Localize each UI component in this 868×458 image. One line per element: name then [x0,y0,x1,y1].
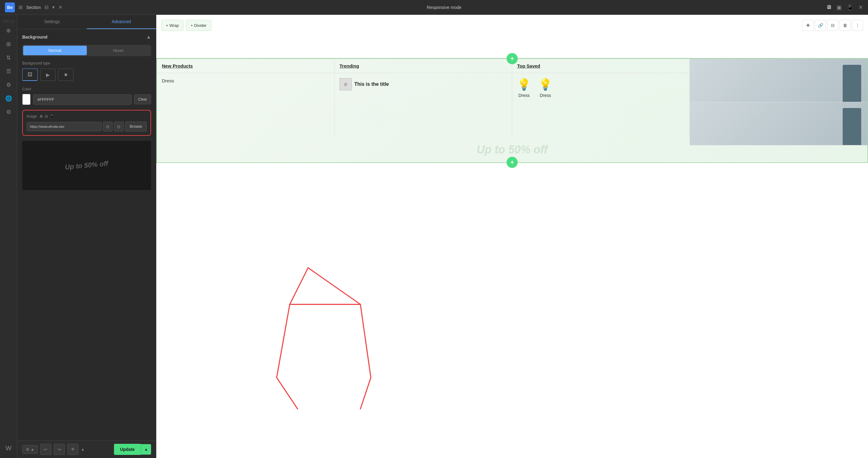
panel-section-body: Normal Hover Background type 🖼 ▶ ■ Color… [22,45,151,193]
settings-gear-icon[interactable]: ⚙ [2,106,15,118]
fashion-image-bottom [690,102,867,145]
color-field: Clear [22,94,151,105]
column-fashion [690,59,867,145]
section-bottom-plus-wrapper: + [506,157,518,168]
col-item-dress: Dress [162,78,174,83]
placeholder-image: 🖼 [339,78,352,91]
image-url-input[interactable] [27,122,102,131]
bulb-label-2: Dress [540,93,551,98]
color-swatch[interactable] [22,94,31,105]
mobile-icon[interactable]: 📱 [847,4,854,11]
bottom-left: 🖥 ▲ ↩ ↪ 👁 ▲ [22,444,85,455]
preview-thumbnail: Up to 50% off [22,141,151,190]
bg-type-label: Background type [22,61,151,65]
close-button[interactable]: ✕ [859,4,863,11]
top-bar: Be ⊞ Section ⊟ ▾ ✕ Responsive mode 🖥 ▣ 📱… [0,0,868,15]
color-label: Color [22,87,151,91]
template-icon[interactable]: ⊟ [44,4,49,10]
sliders-icon[interactable]: ⚙ [2,79,15,91]
section-top-plus-wrapper: + [506,53,518,64]
panel-tabs: Settings Advanced [17,15,156,29]
color-input[interactable] [33,94,132,105]
image-bg-type-icon[interactable]: 🖼 [22,68,38,81]
hover-toggle[interactable]: Hover [87,46,150,55]
collapse-icon[interactable]: ▲ [146,34,151,40]
bottom-add-button[interactable]: + [506,157,518,168]
bulb-label-1: Dress [518,93,530,98]
mobile-sm-icon[interactable]: 📱 [50,114,54,119]
tablet-icon[interactable]: ▣ [836,4,842,11]
desktop-icon[interactable]: 🖥 [826,4,832,10]
browse-button[interactable]: Browse [125,122,147,131]
globe-icon[interactable]: 🌐 [2,92,15,105]
top-saved-item-1: 💡 Dress [517,78,531,98]
background-section-header[interactable]: Background ▲ [22,34,151,40]
update-btn-group: Update ▲ [114,444,151,455]
duplicate-icon[interactable]: ⊟ [827,20,838,31]
add-element-icon[interactable]: ⊕ [2,24,15,37]
columns-grid: New Products Dress Trending 🖼 [157,59,867,145]
close-panel-icon[interactable]: ✕ [58,4,62,10]
col-body-new-products: Dress [157,73,335,135]
wordpress-icon[interactable]: W [2,442,15,454]
layout-icon[interactable]: ⊞ [19,4,23,10]
image-label-row: Image 🖥 ⊟ 📱 [27,114,147,119]
clear-button[interactable]: Clear [134,94,151,104]
version-text: V27.1.3 [3,20,13,23]
update-button[interactable]: Update [114,444,141,455]
placeholder-icon: 🖼 [344,83,347,86]
column-trending: Trending 🖼 This is the title [335,59,512,145]
move-icon[interactable]: ✥ [803,20,814,31]
database-image-btn[interactable]: ⊟ [114,122,124,131]
image-icons: 🖥 ⊟ 📱 [39,114,54,119]
trending-title: This is the title [354,81,389,87]
image-url-row: ⊟ ⊟ Browse [27,122,147,131]
col-body-trending: 🖼 This is the title [335,73,512,135]
link-icon[interactable]: 🔗 [815,20,826,31]
grid-icon[interactable]: ⊞ [2,38,15,50]
layers-icon[interactable]: ☰ [2,65,15,77]
top-saved-item-2: 💡 Dress [538,78,552,98]
responsive-label: Responsive mode [427,5,462,10]
update-arrow-button[interactable]: ▲ [141,444,151,455]
panel-content: Background ▲ Normal Hover Background typ… [17,29,156,440]
col-body-top-saved: 💡 Dress 💡 Dress [512,73,690,135]
bottom-device-btn[interactable]: 🖥 ▲ [22,445,38,454]
normal-hover-toggle: Normal Hover [22,45,151,56]
top-bar-right: 🖥 ▣ 📱 ✕ [826,4,863,11]
video-bg-type-icon[interactable]: ▶ [40,68,56,81]
undo-btn[interactable]: ↩ [40,444,51,455]
col-header-new-products: New Products [157,59,335,73]
normal-toggle[interactable]: Normal [23,46,87,55]
more-options-icon[interactable]: ⋮ [852,20,863,31]
tab-advanced[interactable]: Advanced [87,15,156,29]
top-add-button[interactable]: + [506,53,518,64]
small-monitor-icon[interactable]: ⊟ [45,114,48,119]
copy-image-btn[interactable]: ⊟ [103,122,113,131]
trending-content-row: 🖼 This is the title [339,78,389,91]
be-logo: Be [5,2,15,12]
background-title: Background [22,35,48,39]
wrap-button[interactable]: + Wrap [161,20,184,31]
solid-bg-type-icon[interactable]: ■ [58,68,73,81]
divider-button[interactable]: + Divider [186,20,211,31]
top-bar-left: Be ⊞ Section ⊟ ▾ ✕ [5,2,62,12]
redo-btn[interactable]: ↪ [54,444,65,455]
chevron-down-icon[interactable]: ▾ [52,4,55,10]
delete-icon[interactable]: 🗑 [840,20,851,31]
settings-panel: Settings Advanced Background ▲ Normal Ho… [17,15,156,458]
swap-icon[interactable]: ⇅ [2,52,15,64]
bulb-icon-1: 💡 [517,78,531,91]
image-section: Image 🖥 ⊟ 📱 ⊟ ⊟ Browse [22,110,151,136]
toolbar-left: + Wrap + Divider [161,20,211,31]
monitor-icon[interactable]: 🖥 [39,114,43,119]
tab-settings[interactable]: Settings [17,15,87,29]
bottom-bar: 🖥 ▲ ↩ ↪ 👁 ▲ Update ▲ [17,440,156,458]
bottom-chevron-icon: ▲ [31,447,34,452]
main-layout: V27.1.3 ⊕ ⊞ ⇅ ☰ ⚙ 🌐 ⚙ W Settings Advance… [0,15,868,458]
sidebar-icons: V27.1.3 ⊕ ⊞ ⇅ ☰ ⚙ 🌐 ⚙ W [0,15,17,458]
section-label: Section [26,5,41,10]
bg-type-icons: 🖼 ▶ ■ [22,68,151,81]
preview-btn[interactable]: 👁 [67,444,79,455]
bottom-monitor-icon: 🖥 [26,447,29,452]
